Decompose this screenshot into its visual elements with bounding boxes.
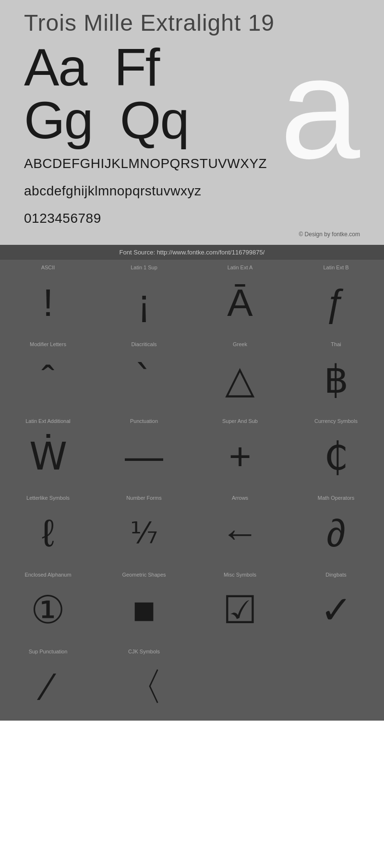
glyph-symbol: △ [225,350,255,410]
glyph-cell[interactable]: Sup Punctuation⁄ [0,644,96,721]
glyph-symbol: 〈 [125,657,163,717]
glyph-label: Letterlike Symbols [2,495,94,501]
glyph-cell[interactable]: Latin Ext Bƒ [288,260,384,337]
specimen-row: Aa Ff Gg Qq a [24,41,360,146]
glyph-symbol: ƒ [325,273,347,333]
glyph-symbol: ■ [132,580,156,640]
glyph-cell[interactable]: CJK Symbols〈 [96,644,192,721]
specimen-gg-qq: Gg Qq [24,94,189,146]
glyph-cell[interactable]: Latin Ext AĀ [192,260,288,337]
glyph-label: Diacriticals [98,341,190,347]
digits: 0123456789 [24,208,360,229]
glyph-cell[interactable]: ASCII! [0,260,96,337]
glyph-label: Currency Symbols [290,418,382,424]
glyph-cell[interactable]: Punctuation— [96,413,192,490]
glyph-symbol: ① [31,580,65,640]
glyph-symbol: Ā [227,273,252,333]
glyph-label: Latin Ext Additional [2,418,94,424]
glyph-label: Punctuation [98,418,190,424]
glyph-label: Latin Ext A [194,265,286,270]
glyph-label: Enclosed Alphanum [2,572,94,578]
glyph-cell[interactable]: Misc Symbols☑ [192,567,288,644]
glyph-symbol: ¡ [138,273,151,333]
glyph-cell[interactable]: Letterlike Symbolsℓ [0,490,96,567]
glyph-label: Modifier Letters [2,341,94,347]
glyph-label: Sup Punctuation [2,649,94,654]
glyph-symbol: ← [221,503,259,563]
source-bar: Font Source: http://www.fontke.com/font/… [0,245,384,260]
glyph-label: Dingbats [290,572,382,578]
glyph-label: Geometric Shapes [98,572,190,578]
glyph-label: Latin Ext B [290,265,382,270]
glyph-cell[interactable]: Dingbats✓ [288,567,384,644]
glyph-cell[interactable]: Modifier Lettersˆ [0,337,96,413]
glyph-cell[interactable]: Currency Symbols₵ [288,413,384,490]
glyph-symbol: + [229,426,252,486]
specimen-aa-ff: Aa Ff [24,41,189,94]
glyph-symbol: ℓ [42,503,54,563]
glyph-label: Arrows [194,495,286,501]
glyph-label: CJK Symbols [98,649,190,654]
glyph-cell[interactable]: Latin Ext AdditionalẆ [0,413,96,490]
glyph-cell[interactable]: Super And Sub+ [192,413,288,490]
preview-area: Trois Mille Extralight 19 Aa Ff Gg Qq a … [0,0,384,245]
glyph-cell[interactable]: Greek△ [192,337,288,413]
glyph-symbol: ˆ [42,350,55,410]
glyph-label: Thai [290,341,382,347]
glyph-grid: ASCII!Latin 1 Sup¡Latin Ext AĀLatin Ext … [0,260,384,721]
glyph-label: Number Forms [98,495,190,501]
glyph-label: Greek [194,341,286,347]
glyph-symbol: — [125,426,163,486]
specimen-big-a: a [280,36,360,180]
glyph-symbol: ☑ [223,580,257,640]
glyph-symbol: ⁄ [45,657,51,717]
glyph-label: Latin 1 Sup [98,265,190,270]
glyph-cell[interactable]: Latin 1 Sup¡ [96,260,192,337]
glyph-cell[interactable]: Enclosed Alphanum① [0,567,96,644]
glyph-cell[interactable]: Thai฿ [288,337,384,413]
glyph-symbol: ₵ [324,426,348,486]
glyph-cell[interactable]: Arrows← [192,490,288,567]
glyph-cell[interactable]: Geometric Shapes■ [96,567,192,644]
glyph-label: Math Operators [290,495,382,501]
specimen-letters: Aa Ff Gg Qq [24,41,189,146]
glyph-symbol: ฿ [324,350,348,410]
glyph-cell[interactable]: Number Forms⅐ [96,490,192,567]
glyph-label: Misc Symbols [194,572,286,578]
glyph-cell[interactable]: Diacriticalsˋ [96,337,192,413]
copyright: © Design by fontke.com [24,229,360,240]
glyph-label: Super And Sub [194,418,286,424]
glyph-symbol: Ẇ [29,426,67,486]
glyph-symbol: ⅐ [130,503,158,563]
glyph-symbol: ˋ [134,350,154,410]
glyph-label: ASCII [2,265,94,270]
glyph-symbol: ∂ [326,503,346,563]
glyph-symbol: ✓ [320,580,352,640]
glyph-symbol: ! [43,273,53,333]
glyph-cell[interactable]: Math Operators∂ [288,490,384,567]
